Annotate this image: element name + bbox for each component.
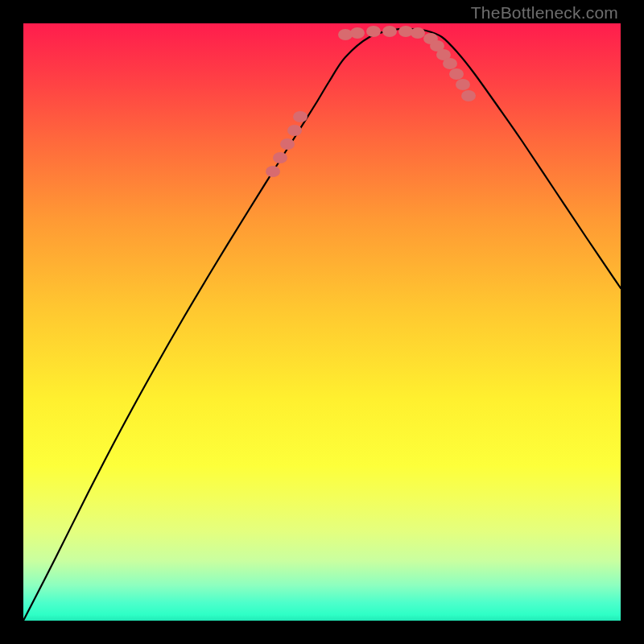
curve-marker bbox=[366, 26, 381, 37]
curve-marker bbox=[382, 26, 397, 37]
curve-marker bbox=[350, 27, 365, 39]
curve-marker bbox=[266, 166, 280, 177]
curve-marker bbox=[449, 68, 464, 80]
curve-marker bbox=[287, 125, 302, 136]
curve-marker bbox=[456, 79, 470, 90]
curve-marker bbox=[398, 26, 413, 37]
curve-markers bbox=[266, 26, 476, 177]
curve-marker bbox=[411, 27, 425, 39]
curve-marker bbox=[443, 58, 457, 69]
curve-marker bbox=[280, 138, 295, 150]
chart-svg bbox=[23, 23, 621, 621]
chart-plot-area bbox=[23, 23, 621, 621]
curve-marker bbox=[293, 111, 308, 122]
bottleneck-curve bbox=[23, 29, 621, 621]
curve-marker bbox=[273, 152, 287, 163]
curve-marker bbox=[461, 90, 476, 101]
watermark-text: TheBottleneck.com bbox=[471, 3, 618, 23]
curve-marker bbox=[338, 29, 353, 40]
